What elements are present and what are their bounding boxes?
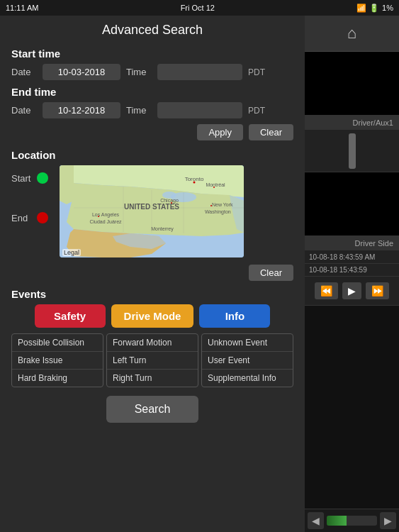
apply-button[interactable]: Apply (197, 124, 243, 140)
list-item[interactable]: Left Turn (107, 352, 198, 370)
end-date-input[interactable] (43, 102, 120, 118)
safety-column: Possible Collision Brake Issue Hard Brak… (11, 333, 103, 387)
battery-percent: 1% (382, 4, 393, 12)
end-dot-row: End (11, 212, 48, 223)
info-button[interactable]: Info (199, 304, 270, 328)
svg-text:Los Angeles: Los Angeles (92, 212, 120, 218)
list-item[interactable]: Hard Braking (12, 370, 103, 387)
svg-text:Montréal: Montréal (206, 182, 225, 187)
nav-right-button[interactable]: ▶ (380, 512, 396, 529)
timeline-item-2[interactable]: 10-08-18 15:43:59 (305, 264, 399, 277)
right-empty-area (305, 306, 399, 509)
video-label-1: Driver/Aux1 (305, 116, 399, 131)
video-box-1 (305, 52, 399, 116)
event-columns: Possible Collision Brake Issue Hard Brak… (11, 333, 293, 387)
end-dot-label: End (11, 213, 31, 223)
list-item[interactable]: Right Turn (107, 370, 198, 387)
drive-mode-button[interactable]: Drive Mode (111, 304, 194, 328)
start-time-label: Start time (11, 48, 293, 60)
home-icon: ⌂ (347, 24, 356, 42)
playback-controls: ⏪ ▶ ⏩ (305, 277, 399, 306)
svg-point-20 (213, 187, 215, 188)
fast-forward-button[interactable]: ⏩ (366, 282, 389, 299)
search-row: Search (11, 396, 293, 423)
main-layout: Advanced Search Start time Date Time PDT… (0, 16, 399, 532)
svg-point-16 (98, 216, 99, 217)
start-dot-green (37, 172, 48, 184)
status-time: 11:11 AM (6, 4, 38, 12)
location-section: Location Start End (11, 149, 293, 257)
svg-point-9 (193, 182, 196, 184)
location-row: Start End (11, 165, 293, 257)
events-label: Events (11, 288, 293, 300)
start-time-input[interactable] (157, 64, 242, 80)
safety-button[interactable]: Safety (35, 304, 106, 328)
rewind-button[interactable]: ⏪ (315, 282, 338, 299)
list-item[interactable]: Forward Motion (107, 334, 198, 352)
start-timezone-label: PDT (248, 67, 265, 77)
svg-text:Monterrey: Monterrey (151, 226, 174, 232)
search-button[interactable]: Search (106, 396, 199, 423)
events-section: Events Safety Drive Mode Info Possible C… (11, 288, 293, 423)
end-dot-red (37, 212, 48, 223)
end-timezone-label: PDT (248, 106, 265, 116)
left-panel: Advanced Search Start time Date Time PDT… (0, 16, 305, 532)
video-label-2: Driver Side (305, 236, 399, 251)
status-bar: 11:11 AM Fri Oct 12 📶 🔋 1% (0, 0, 399, 16)
end-time-label-text: Time (126, 105, 152, 116)
timeline-fill (327, 516, 347, 526)
timeline-item-1[interactable]: 10-08-18 8:43:59 AM (305, 251, 399, 264)
map-clear-button[interactable]: Clear (249, 265, 293, 281)
page-title: Advanced Search (11, 23, 293, 38)
list-item[interactable]: Supplemental Info (202, 370, 293, 387)
video-box-2 (305, 172, 399, 236)
start-dot-row: Start (11, 172, 48, 184)
list-item[interactable]: Brake Issue (12, 352, 103, 370)
right-panel: ⌂ Driver/Aux1 Driver Side 10-08-18 8:43:… (305, 16, 399, 532)
end-date-label: Date (11, 105, 37, 116)
start-date-row: Date Time PDT (11, 64, 293, 80)
info-column: Unknown Event User Event Supplemental In… (201, 333, 293, 387)
list-item[interactable]: Unknown Event (202, 334, 293, 352)
svg-text:Chicago: Chicago (160, 198, 179, 204)
status-date: Fri Oct 12 (181, 4, 215, 12)
location-dots: Start End (11, 172, 48, 223)
svg-point-13 (210, 205, 212, 206)
timeline-bar-area: ◀ ▶ (305, 509, 399, 532)
scroll-handle[interactable] (349, 133, 356, 169)
start-time-label-text: Time (126, 67, 152, 77)
end-date-row: Date Time PDT (11, 102, 293, 118)
nav-left-button[interactable]: ◀ (308, 512, 324, 529)
svg-point-11 (171, 202, 172, 204)
map-container[interactable]: UNITED STATES Toronto Chicago New York W… (60, 165, 244, 257)
svg-text:Washington: Washington (205, 209, 231, 215)
start-date-label: Date (11, 67, 37, 77)
scroll-handle-row (305, 131, 399, 172)
end-time-input[interactable] (157, 102, 242, 118)
start-date-input[interactable] (43, 64, 120, 80)
list-item[interactable]: User Event (202, 352, 293, 370)
events-buttons: Safety Drive Mode Info (11, 304, 293, 328)
list-item[interactable]: Possible Collision (12, 334, 103, 352)
svg-text:New York: New York (212, 202, 233, 207)
battery-icon: 🔋 (369, 4, 379, 13)
wifi-icon: 📶 (356, 4, 366, 13)
clear-button[interactable]: Clear (249, 124, 293, 140)
home-button[interactable]: ⌂ (305, 16, 399, 52)
map-legal-label: Legal (62, 249, 81, 256)
location-label: Location (11, 149, 293, 161)
play-button[interactable]: ▶ (342, 282, 361, 299)
end-time-label: End time (11, 86, 293, 98)
action-row: Apply Clear (11, 124, 293, 140)
svg-text:UNITED STATES: UNITED STATES (124, 203, 179, 211)
svg-text:Ciudad Juárez: Ciudad Juárez (89, 219, 122, 224)
drive-mode-column: Forward Motion Left Turn Right Turn (106, 333, 198, 387)
map-clear-row: Clear (11, 265, 293, 281)
start-dot-label: Start (11, 173, 31, 184)
timeline-bar[interactable] (327, 516, 377, 526)
